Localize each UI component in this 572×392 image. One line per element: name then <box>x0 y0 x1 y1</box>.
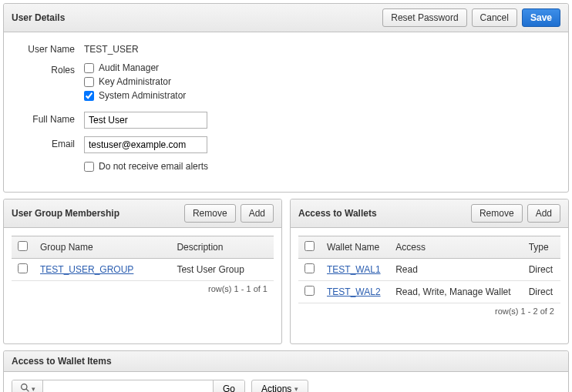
wallet-row-checkbox[interactable] <box>305 286 315 296</box>
table-row: TEST_WAL2 Read, Write, Manage Wallet Dir… <box>298 281 560 303</box>
svg-line-1 <box>26 389 29 391</box>
two-column-row: User Group Membership Remove Add Group N… <box>3 199 569 350</box>
fullname-input[interactable] <box>84 112 207 129</box>
wallets-panel: Access to Wallets Remove Add Wallet Name… <box>290 199 569 344</box>
actions-label: Actions <box>261 384 291 392</box>
email-input[interactable] <box>84 136 207 153</box>
role-key-administrator[interactable]: Key Administrator <box>84 76 557 87</box>
group-membership-panel: User Group Membership Remove Add Group N… <box>3 199 282 344</box>
email-row: Email <box>15 136 557 153</box>
user-details-title: User Details <box>12 12 65 23</box>
search-column-selector[interactable]: ▾ <box>12 380 43 392</box>
wallet-col-name: Wallet Name <box>321 236 389 259</box>
chevron-down-icon: ▾ <box>32 385 35 392</box>
username-row: User Name TEST_USER <box>15 42 557 55</box>
save-button[interactable]: Save <box>522 8 560 27</box>
wallet-items-header: Access to Wallet Items <box>4 351 568 372</box>
group-desc-cell: Test User Group <box>170 259 274 281</box>
username-label: User Name <box>15 42 84 55</box>
wallet-items-title: Access to Wallet Items <box>12 356 112 367</box>
search-input[interactable] <box>43 380 213 392</box>
wallet-access-cell: Read <box>389 259 522 281</box>
wallet-name-link[interactable]: TEST_WAL1 <box>327 264 381 275</box>
wallet-access-cell: Read, Write, Manage Wallet <box>389 281 522 303</box>
chevron-down-icon: ▾ <box>294 385 298 392</box>
username-value: TEST_USER <box>84 42 557 55</box>
no-alerts-row: Do not receive email alerts <box>15 161 557 175</box>
group-table: Group Name Description TEST_USER_GROUP T… <box>12 236 274 281</box>
no-alerts-label: Do not receive email alerts <box>99 161 208 172</box>
group-rowcount: row(s) 1 - 1 of 1 <box>12 281 274 293</box>
roles-row: Roles Audit Manager Key Administrator Sy… <box>15 62 557 104</box>
role-key-administrator-checkbox[interactable] <box>84 77 94 87</box>
group-add-button[interactable]: Add <box>241 204 274 223</box>
roles-field: Audit Manager Key Administrator System A… <box>84 62 557 104</box>
role-audit-manager-checkbox[interactable] <box>84 63 94 73</box>
svg-point-0 <box>21 384 26 390</box>
actions-menu-button[interactable]: Actions ▾ <box>251 380 308 392</box>
group-membership-title: User Group Membership <box>12 208 119 219</box>
wallets-table-wrap: Wallet Name Access Type TEST_WAL1 Read D… <box>291 228 568 343</box>
wallets-header: Access to Wallets Remove Add <box>291 199 568 228</box>
search-group: ▾ Go <box>12 380 245 392</box>
wallet-rowcount: row(s) 1 - 2 of 2 <box>298 303 560 316</box>
group-remove-button[interactable]: Remove <box>184 204 236 223</box>
wallets-table: Wallet Name Access Type TEST_WAL1 Read D… <box>298 236 560 303</box>
wallet-remove-button[interactable]: Remove <box>471 204 523 223</box>
no-alerts-checkbox[interactable] <box>84 162 94 172</box>
wallet-col-access: Access <box>389 236 522 259</box>
role-audit-manager[interactable]: Audit Manager <box>84 62 557 73</box>
user-details-actions: Reset Password Cancel Save <box>382 8 560 27</box>
wallet-items-panel: Access to Wallet Items ▾ Go Actions ▾ <box>3 350 569 392</box>
role-audit-manager-label: Audit Manager <box>99 62 159 73</box>
role-system-administrator[interactable]: System Administrator <box>84 90 557 101</box>
no-alerts-option[interactable]: Do not receive email alerts <box>84 161 557 172</box>
group-select-all-checkbox[interactable] <box>18 241 28 251</box>
group-table-wrap: Group Name Description TEST_USER_GROUP T… <box>4 228 281 343</box>
table-row: TEST_WAL1 Read Direct <box>298 259 560 281</box>
cancel-button[interactable]: Cancel <box>472 8 517 27</box>
go-button[interactable]: Go <box>213 380 244 392</box>
table-row: TEST_USER_GROUP Test User Group <box>12 259 274 281</box>
roles-label: Roles <box>15 62 84 75</box>
role-key-administrator-label: Key Administrator <box>99 76 171 87</box>
wallet-items-toolbar: ▾ Go Actions ▾ <box>4 372 568 392</box>
email-label: Email <box>15 136 84 149</box>
wallet-type-cell: Direct <box>523 259 560 281</box>
user-details-panel: User Details Reset Password Cancel Save … <box>3 3 569 193</box>
role-system-administrator-label: System Administrator <box>99 90 186 101</box>
group-col-name: Group Name <box>34 236 170 259</box>
search-icon <box>20 383 30 392</box>
fullname-row: Full Name <box>15 112 557 129</box>
role-system-administrator-checkbox[interactable] <box>84 91 94 101</box>
group-row-checkbox[interactable] <box>18 263 28 273</box>
wallet-add-button[interactable]: Add <box>527 204 560 223</box>
wallet-row-checkbox[interactable] <box>305 263 315 273</box>
wallet-select-all-checkbox[interactable] <box>305 241 315 251</box>
wallets-title: Access to Wallets <box>298 208 377 219</box>
user-details-header: User Details Reset Password Cancel Save <box>4 4 568 32</box>
fullname-label: Full Name <box>15 112 84 125</box>
wallet-col-type: Type <box>523 236 560 259</box>
group-col-desc: Description <box>170 236 274 259</box>
user-details-body: User Name TEST_USER Roles Audit Manager … <box>4 32 568 192</box>
group-name-link[interactable]: TEST_USER_GROUP <box>40 264 133 275</box>
wallet-name-link[interactable]: TEST_WAL2 <box>327 286 381 297</box>
wallet-type-cell: Direct <box>523 281 560 303</box>
group-membership-header: User Group Membership Remove Add <box>4 199 281 228</box>
reset-password-button[interactable]: Reset Password <box>382 8 466 27</box>
